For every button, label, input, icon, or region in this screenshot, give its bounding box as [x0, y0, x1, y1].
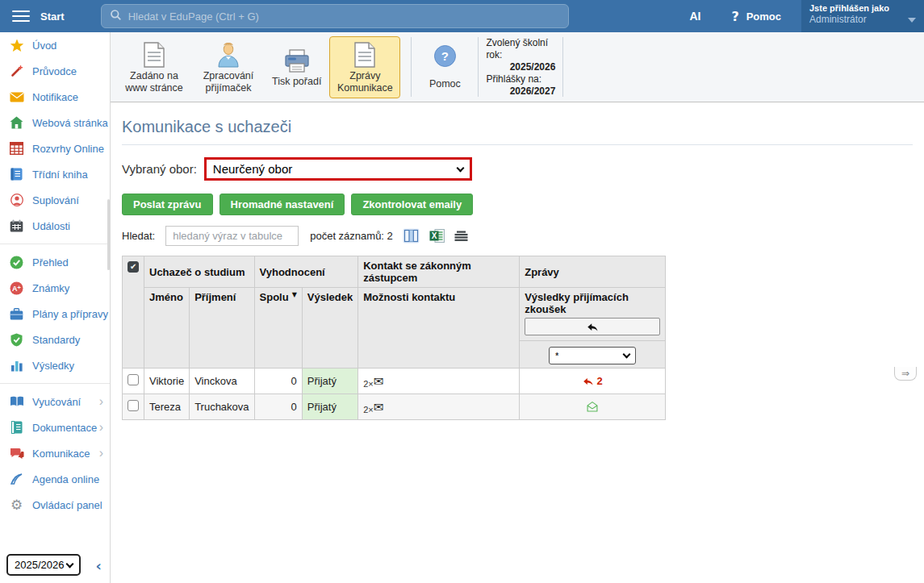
bar-chart-icon — [9, 358, 24, 373]
sidebar-item-uvod[interactable]: Úvod — [0, 32, 110, 58]
chevron-down-icon — [623, 351, 631, 359]
sidebar-item-agenda-online[interactable]: Agenda online — [0, 466, 110, 492]
sidebar-collapse-button[interactable]: ‹ — [96, 559, 102, 573]
sidebar: Úvod Průvodce Notifikace Webová stránka … — [0, 32, 111, 583]
column-header-exam-results: Výsledky přijímacích zkoušek * — [520, 288, 666, 369]
person-icon — [9, 193, 24, 207]
table-search-label: Hledat: — [122, 230, 155, 242]
sidebar-item-prehled[interactable]: Přehled — [0, 249, 110, 275]
sidebar-scrollbar[interactable] — [107, 199, 110, 270]
sidebar-item-webova-stranka[interactable]: Webová stránka — [0, 110, 110, 135]
shield-icon — [9, 332, 24, 347]
sidebar-item-pruvodce[interactable]: Průvodce — [0, 58, 110, 84]
timetable-grid-icon — [9, 141, 24, 156]
field-select[interactable]: Neurčený obor — [204, 157, 472, 181]
page-content: Komunikace s uchazeči Vybraný obor: Neur… — [111, 102, 924, 420]
contact-options-cell[interactable]: 2×✉ — [358, 369, 520, 394]
ribbon-button-zpracovani-prijimacek[interactable]: Zpracování přijímaček — [193, 36, 264, 98]
messages-cell[interactable] — [520, 394, 666, 420]
column-header-first-name[interactable]: Jméno — [144, 288, 190, 369]
sidebar-separator — [0, 244, 110, 244]
ribbon-separator — [478, 37, 479, 97]
user-account-dropdown[interactable]: Jste přihlášen jako Administrátor — [801, 0, 924, 32]
logged-in-as-label: Jste přihlášen jako — [809, 3, 916, 13]
column-header-contact-options[interactable]: Možnosti kontaktu — [358, 288, 520, 369]
envelope-icon[interactable]: ✉ — [374, 400, 384, 414]
columns-icon[interactable] — [403, 228, 420, 244]
reply-all-button[interactable] — [525, 318, 660, 335]
messages-filter-select[interactable]: * — [549, 347, 636, 364]
excel-export-icon[interactable]: X — [429, 229, 445, 243]
sidebar-item-komunikace[interactable]: Komunikace › — [0, 440, 110, 466]
applicants-table: Uchazeč o studium Vyhodnocení Kontakt se… — [122, 256, 666, 420]
start-button[interactable]: Start — [40, 10, 65, 23]
select-all-checkbox[interactable] — [128, 261, 139, 273]
chat-icon — [9, 446, 24, 460]
school-year-info: Zvolený školní rok: 2025/2026 Přihlášky … — [486, 37, 555, 98]
column-header-result[interactable]: Výsledek — [302, 288, 357, 369]
table-search-input[interactable] — [165, 226, 299, 246]
ribbon-button-zadano-na-www[interactable]: Zadáno na www stránce — [119, 36, 190, 98]
sidebar-item-vyucovani[interactable]: Vyučování › — [0, 389, 110, 414]
page-icon — [334, 41, 395, 70]
column-header-last-name[interactable]: Příjmení — [190, 288, 254, 369]
sidebar-item-standardy[interactable]: Standardy — [0, 327, 110, 352]
bulk-settings-button[interactable]: Hromadné nastavení — [220, 194, 345, 215]
sidebar-item-notifikace[interactable]: Notifikace — [0, 84, 110, 110]
first-name-cell: Viktorie — [144, 369, 190, 394]
sidebar-separator — [0, 383, 110, 384]
open-envelope-icon — [586, 401, 599, 413]
top-bar: Start Hledat v EduPage (Ctrl + G) AI ? P… — [0, 0, 924, 32]
sidebar-item-udalosti[interactable]: Události — [0, 213, 110, 239]
sidebar-item-znamky[interactable]: A⁺ Známky — [0, 275, 110, 301]
sidebar-item-dokumentace[interactable]: Dokumentace › — [0, 414, 110, 440]
result-cell: Přijatý — [302, 394, 357, 420]
check-emails-button[interactable]: Zkontrolovat emaily — [351, 194, 473, 215]
wand-icon — [9, 64, 24, 78]
first-name-cell: Tereza — [144, 394, 190, 420]
question-icon: ? — [434, 45, 456, 67]
send-message-button[interactable]: Poslat zprávu — [122, 194, 213, 215]
ribbon-separator — [562, 37, 563, 97]
sidebar-item-tridni-kniha[interactable]: Třídní kniha — [0, 161, 110, 187]
sort-descending-icon: ▼ — [292, 291, 297, 298]
row-checkbox[interactable] — [128, 374, 139, 385]
chevron-down-icon — [66, 560, 74, 568]
record-count: počet záznamů: 2 — [310, 230, 393, 242]
sidebar-item-vysledky[interactable]: Výsledky — [0, 352, 110, 378]
total-cell: 0 — [254, 369, 302, 394]
row-checkbox[interactable] — [128, 400, 139, 411]
ai-button[interactable]: AI — [689, 10, 700, 23]
classbook-icon — [9, 167, 24, 181]
briefcase-icon — [9, 306, 24, 321]
envelope-icon[interactable]: ✉ — [374, 374, 384, 389]
svg-text:X: X — [431, 231, 437, 240]
search-placeholder: Hledat v EduPage (Ctrl + G) — [128, 10, 259, 23]
ribbon-help-button[interactable]: ? Pomoc — [419, 45, 470, 90]
menu-hamburger-icon[interactable] — [12, 7, 30, 25]
list-view-icon[interactable] — [454, 231, 468, 242]
envelope-icon — [9, 90, 24, 104]
title-divider — [122, 144, 913, 145]
messages-cell[interactable]: 2 — [520, 369, 666, 394]
table-row[interactable]: Tereza Truchakova 0 Přijatý 2×✉ — [123, 394, 666, 420]
ribbon-button-tisk-poradi[interactable]: Tisk pořadí — [267, 42, 326, 92]
ribbon-button-zpravy-komunikace[interactable]: Zprávy Komunikace — [329, 36, 400, 98]
printer-icon — [272, 47, 321, 76]
person-icon — [198, 41, 259, 70]
table-row[interactable]: Viktorie Vinckova 0 Přijatý 2×✉ 2 — [123, 369, 666, 394]
side-panel-toggle-button[interactable]: ⇒ — [894, 367, 917, 381]
sidebar-item-plany-a-pripravy[interactable]: Plány a přípravy — [0, 301, 110, 327]
help-icon[interactable]: ? — [731, 9, 738, 24]
column-header-total[interactable]: Spolu▼ — [254, 288, 302, 369]
sidebar-item-ovladaci-panel[interactable]: ⚙ Ovládací panel — [0, 492, 110, 518]
header-divider — [520, 340, 665, 341]
applications-label: Přihlášky na: — [486, 73, 555, 85]
help-button[interactable]: Pomoc — [746, 10, 781, 23]
sidebar-item-rozvrhy-online[interactable]: Rozvrhy Online — [0, 135, 110, 161]
reply-arrow-icon — [587, 322, 599, 332]
school-year-select[interactable]: 2025/2026 — [6, 554, 81, 576]
contact-options-cell[interactable]: 2×✉ — [358, 394, 520, 420]
sidebar-item-suplovani[interactable]: Suplování — [0, 187, 110, 213]
global-search-input[interactable]: Hledat v EduPage (Ctrl + G) — [101, 4, 569, 28]
